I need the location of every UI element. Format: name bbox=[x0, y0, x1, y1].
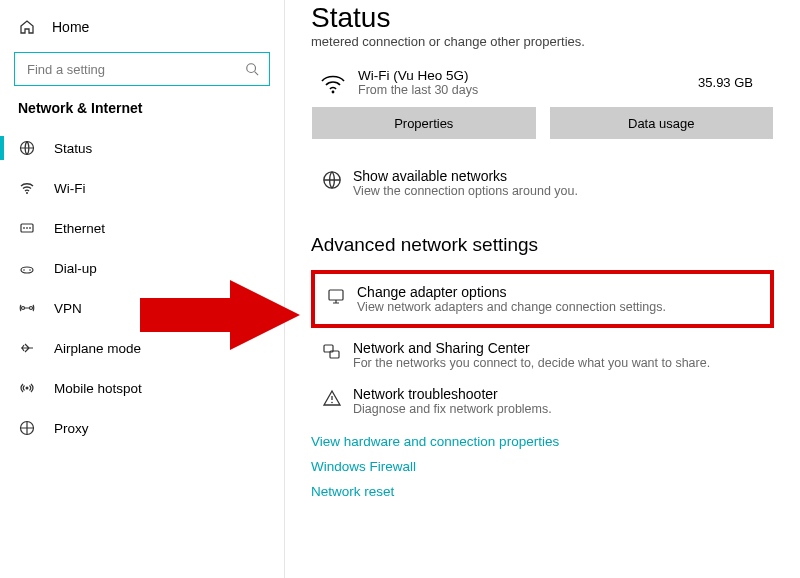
troubleshooter-row[interactable]: Network troubleshooter Diagnose and fix … bbox=[311, 378, 774, 424]
sidebar: Home Network & Internet Status bbox=[0, 0, 285, 578]
adapter-options-row[interactable]: Change adapter options View network adap… bbox=[317, 278, 768, 320]
sidebar-item-label: Proxy bbox=[54, 421, 89, 436]
row-sub: View network adapters and change connect… bbox=[357, 300, 766, 314]
row-title: Show available networks bbox=[353, 168, 770, 184]
sidebar-item-status[interactable]: Status bbox=[0, 128, 284, 168]
sharing-icon bbox=[315, 340, 349, 362]
sidebar-item-dialup[interactable]: Dial-up bbox=[0, 248, 284, 288]
sidebar-item-label: VPN bbox=[54, 301, 82, 316]
page-subnote: metered connection or change other prope… bbox=[311, 34, 774, 49]
svg-point-2 bbox=[26, 192, 28, 194]
network-name: Wi-Fi (Vu Heo 5G) bbox=[358, 68, 698, 83]
home-label: Home bbox=[52, 19, 89, 35]
sidebar-item-label: Wi-Fi bbox=[54, 181, 85, 196]
svg-point-7 bbox=[22, 307, 25, 310]
dialup-icon bbox=[18, 260, 36, 276]
sidebar-item-label: Status bbox=[54, 141, 92, 156]
vpn-icon bbox=[18, 300, 36, 316]
row-title: Network and Sharing Center bbox=[353, 340, 770, 356]
sidebar-item-airplane[interactable]: Airplane mode bbox=[0, 328, 284, 368]
adapter-icon bbox=[319, 284, 353, 306]
sidebar-item-proxy[interactable]: Proxy bbox=[0, 408, 284, 448]
home-icon bbox=[18, 19, 36, 35]
network-card: Wi-Fi (Vu Heo 5G) From the last 30 days … bbox=[311, 63, 774, 140]
svg-point-0 bbox=[247, 64, 256, 73]
sidebar-item-label: Ethernet bbox=[54, 221, 105, 236]
sidebar-item-vpn[interactable]: VPN bbox=[0, 288, 284, 328]
ethernet-icon bbox=[18, 220, 36, 236]
svg-point-16 bbox=[331, 402, 333, 404]
sidebar-item-wifi[interactable]: Wi-Fi bbox=[0, 168, 284, 208]
row-sub: View the connection options around you. bbox=[353, 184, 770, 198]
link-hardware-properties[interactable]: View hardware and connection properties bbox=[311, 434, 774, 449]
airplane-icon bbox=[18, 340, 36, 356]
advanced-section-title: Advanced network settings bbox=[311, 234, 774, 256]
svg-point-4 bbox=[21, 267, 33, 273]
row-title: Change adapter options bbox=[357, 284, 766, 300]
sidebar-item-label: Mobile hotspot bbox=[54, 381, 142, 396]
row-sub: Diagnose and fix network problems. bbox=[353, 402, 770, 416]
link-windows-firewall[interactable]: Windows Firewall bbox=[311, 459, 774, 474]
main-panel: Status metered connection or change othe… bbox=[285, 0, 800, 578]
proxy-icon bbox=[18, 420, 36, 436]
show-networks-row[interactable]: Show available networks View the connect… bbox=[311, 160, 774, 206]
sidebar-item-label: Dial-up bbox=[54, 261, 97, 276]
wifi-icon bbox=[18, 180, 36, 196]
search-box[interactable] bbox=[14, 52, 270, 86]
network-usage: 35.93 GB bbox=[698, 75, 769, 90]
svg-point-9 bbox=[26, 387, 29, 390]
row-sub: For the networks you connect to, decide … bbox=[353, 356, 770, 370]
status-icon bbox=[18, 140, 36, 156]
svg-rect-13 bbox=[329, 290, 343, 300]
warning-icon bbox=[315, 386, 349, 408]
sharing-center-row[interactable]: Network and Sharing Center For the netwo… bbox=[311, 332, 774, 378]
svg-point-6 bbox=[29, 269, 31, 271]
highlight-box: Change adapter options View network adap… bbox=[311, 270, 774, 328]
home-button[interactable]: Home bbox=[0, 10, 284, 44]
search-input[interactable] bbox=[25, 61, 245, 78]
row-title: Network troubleshooter bbox=[353, 386, 770, 402]
globe-icon bbox=[315, 168, 349, 190]
svg-point-5 bbox=[23, 269, 25, 271]
hotspot-icon bbox=[18, 380, 36, 396]
link-network-reset[interactable]: Network reset bbox=[311, 484, 774, 499]
sidebar-section-title: Network & Internet bbox=[0, 100, 284, 128]
page-title: Status bbox=[311, 2, 774, 34]
network-period: From the last 30 days bbox=[358, 83, 698, 97]
sidebar-item-hotspot[interactable]: Mobile hotspot bbox=[0, 368, 284, 408]
data-usage-button[interactable]: Data usage bbox=[550, 107, 774, 139]
sidebar-item-ethernet[interactable]: Ethernet bbox=[0, 208, 284, 248]
sidebar-item-label: Airplane mode bbox=[54, 341, 141, 356]
svg-point-8 bbox=[30, 307, 33, 310]
properties-button[interactable]: Properties bbox=[312, 107, 536, 139]
svg-point-11 bbox=[332, 90, 335, 93]
wifi-icon bbox=[316, 72, 350, 94]
search-icon bbox=[245, 62, 259, 76]
